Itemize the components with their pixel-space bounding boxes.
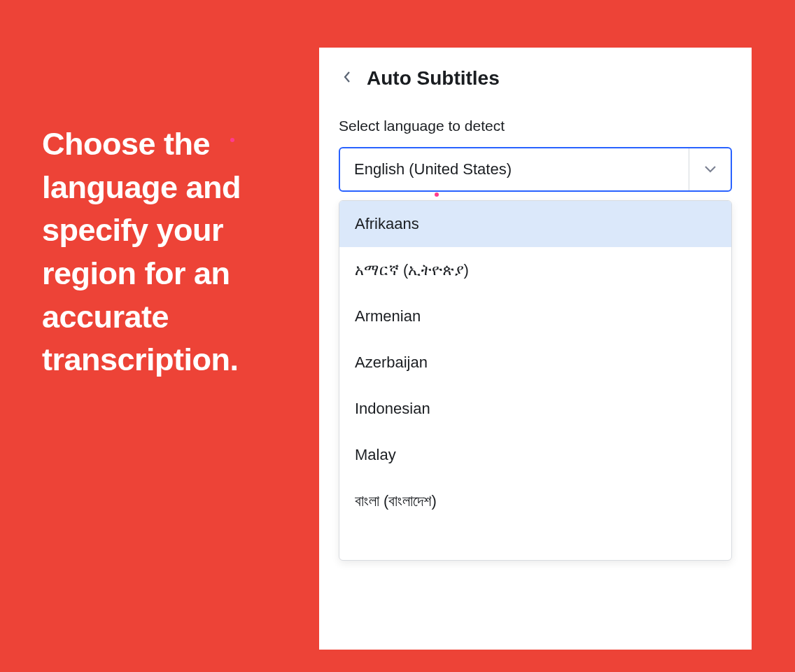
back-button[interactable]	[339, 70, 356, 87]
instruction-text: Choose the language and specify your reg…	[42, 122, 301, 382]
chevron-left-icon	[344, 71, 351, 86]
annotation-dot	[435, 192, 439, 197]
language-dropdown-menu: Afrikaansአማርኛ (ኢትዮጵያ)ArmenianAzerbaijanI…	[339, 200, 732, 561]
language-option[interactable]: Armenian	[339, 293, 731, 340]
panel-header: Auto Subtitles	[319, 48, 752, 90]
language-select-indicator	[689, 148, 731, 190]
language-option[interactable]: Afrikaans	[339, 201, 731, 247]
annotation-dot	[230, 138, 234, 142]
language-option[interactable]: Azerbaijan	[339, 340, 731, 386]
language-select-wrapper: English (United States) Afrikaansአማርኛ (ኢ…	[339, 147, 732, 192]
language-option[interactable]: Indonesian	[339, 386, 731, 432]
panel-body: Select language to detect English (Unite…	[319, 90, 752, 192]
language-option[interactable]: Malay	[339, 432, 731, 478]
panel-title: Auto Subtitles	[367, 67, 500, 90]
language-field-label: Select language to detect	[339, 118, 732, 134]
language-option[interactable]: বাংলা (বাংলাদেশ)	[339, 478, 731, 524]
language-select[interactable]: English (United States)	[339, 147, 732, 192]
language-option[interactable]: አማርኛ (ኢትዮጵያ)	[339, 247, 731, 293]
subtitles-panel: Auto Subtitles Select language to detect…	[319, 48, 752, 650]
language-select-value: English (United States)	[354, 160, 689, 178]
chevron-down-icon	[704, 163, 717, 176]
